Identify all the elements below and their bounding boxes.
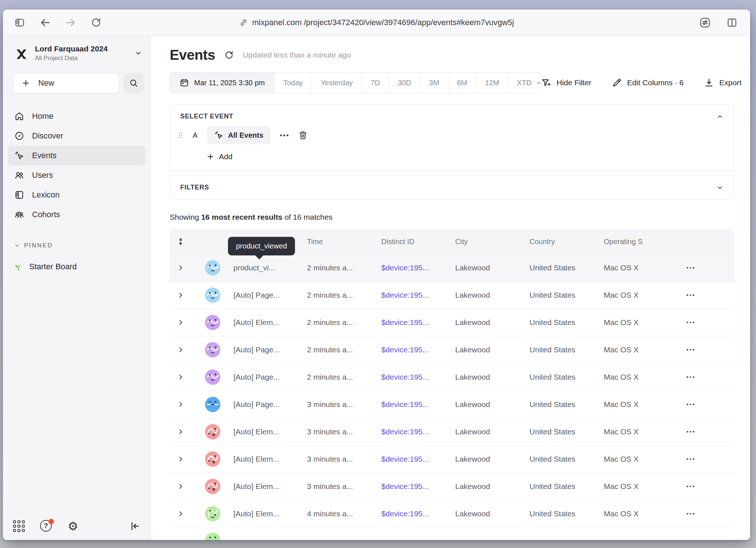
event-selector-chip[interactable]: All Events: [207, 126, 271, 144]
preset-12m[interactable]: 12M: [476, 73, 508, 93]
event-city: Lakewood: [455, 482, 529, 491]
split-view-icon[interactable]: [726, 17, 738, 28]
table-row[interactable]: [170, 528, 734, 540]
event-time: 2 minutes a...: [307, 345, 381, 354]
refresh-icon[interactable]: [224, 50, 234, 60]
distinct-id-link[interactable]: $device:195...: [381, 400, 455, 409]
sidebar-item-cohorts[interactable]: Cohorts: [8, 205, 145, 224]
row-expand-chevron[interactable]: [170, 292, 192, 298]
chevron-down-icon: [535, 79, 542, 86]
sidebar-item-lexicon[interactable]: Lexicon: [8, 185, 145, 205]
distinct-id-link[interactable]: $device:195...: [381, 509, 455, 518]
row-expand-chevron[interactable]: [170, 510, 192, 517]
table-row[interactable]: [Auto] Page... 3 minutes a... $device:19…: [170, 391, 734, 418]
search-button[interactable]: [123, 73, 144, 93]
page-settings-icon[interactable]: [699, 17, 711, 28]
reload-icon[interactable]: [90, 17, 102, 28]
sidebar-item-starter-board[interactable]: Starter Board: [9, 258, 145, 275]
distinct-id-link[interactable]: $device:195...: [381, 263, 455, 272]
preset-7d[interactable]: 7D: [362, 73, 389, 93]
preset-3m[interactable]: 3M: [420, 73, 448, 93]
row-expand-chevron[interactable]: [170, 428, 192, 435]
table-row[interactable]: [Auto] Elem... 3 minutes a... $device:19…: [170, 473, 734, 500]
preset-xtd-label: XTD: [517, 79, 532, 87]
distinct-id-link[interactable]: $device:195...: [381, 291, 455, 300]
table-row[interactable]: [Auto] Elem... 3 minutes a... $device:19…: [170, 446, 734, 473]
distinct-id-link[interactable]: $device:195...: [381, 427, 455, 436]
more-options-icon[interactable]: [280, 134, 288, 136]
sidebar-item-events[interactable]: Events: [8, 146, 145, 165]
project-switcher[interactable]: Lord Farquaad 2024 All Project Data: [14, 44, 142, 62]
preset-yesterday[interactable]: Yesterday: [312, 73, 362, 93]
table-row[interactable]: [Auto] Page... 2 minutes a... $device:19…: [170, 336, 734, 364]
pinned-section-header[interactable]: PINNED: [14, 242, 145, 249]
column-header-os[interactable]: Operating S: [604, 238, 684, 246]
row-expand-chevron[interactable]: [170, 483, 192, 490]
table-row[interactable]: [Auto] Elem... 3 minutes a... $device:19…: [170, 418, 734, 446]
trash-icon[interactable]: [298, 130, 308, 140]
sidebar-item-users[interactable]: Users: [8, 165, 145, 185]
sidebar-toggle-icon[interactable]: [14, 17, 25, 28]
preset-today[interactable]: Today: [274, 73, 311, 93]
column-header-city[interactable]: City: [455, 238, 529, 246]
event-avatar: [205, 451, 220, 467]
distinct-id-link[interactable]: $device:195...: [381, 345, 455, 354]
row-actions-button[interactable]: [684, 431, 734, 433]
preset-6m[interactable]: 6M: [448, 73, 476, 93]
row-actions-button[interactable]: [684, 486, 734, 488]
table-row[interactable]: [Auto] Page... 2 minutes a... $device:19…: [170, 282, 734, 309]
hide-filter-button[interactable]: Hide Filter: [541, 78, 591, 88]
distinct-id-link[interactable]: $device:195...: [381, 482, 455, 491]
row-expand-chevron[interactable]: [170, 401, 192, 408]
row-expand-chevron[interactable]: [170, 319, 192, 326]
row-actions-button[interactable]: [684, 322, 734, 324]
gear-icon[interactable]: ⚙: [68, 520, 78, 532]
add-event-button[interactable]: Add: [206, 152, 734, 161]
table-row[interactable]: product_vi... 2 minutes a... $device:195…: [170, 254, 734, 282]
row-actions-button[interactable]: [684, 404, 734, 406]
preset-30d[interactable]: 30D: [389, 73, 420, 93]
drag-handle-icon[interactable]: [178, 132, 183, 139]
event-avatar: [205, 424, 220, 439]
distinct-id-link[interactable]: $device:195...: [381, 455, 455, 463]
sidebar-item-discover[interactable]: Discover: [8, 126, 145, 146]
new-button[interactable]: New: [13, 73, 119, 93]
row-expand-chevron[interactable]: [170, 374, 192, 380]
table-row[interactable]: [Auto] Elem... 2 minutes a... $device:19…: [170, 309, 734, 336]
row-actions-button[interactable]: [684, 294, 734, 296]
url-bar[interactable]: mixpanel.com/project/3472420/view/397469…: [239, 18, 514, 27]
event-os: Mac OS X: [604, 373, 684, 381]
row-actions-button[interactable]: [684, 349, 734, 351]
chevron-down-icon[interactable]: [716, 184, 724, 191]
sidebar-item-home[interactable]: Home: [8, 106, 145, 126]
collapse-sidebar-icon[interactable]: [129, 521, 140, 532]
table-row[interactable]: [Auto] Page... 2 minutes a... $device:19…: [170, 364, 734, 391]
event-country: United States: [529, 291, 604, 300]
collapse-rows-icon[interactable]: [170, 238, 192, 246]
chevron-up-icon[interactable]: [716, 113, 724, 120]
back-icon[interactable]: [39, 17, 51, 28]
edit-columns-button[interactable]: Edit Columns · 6: [612, 78, 684, 88]
event-name: [Auto] Elem...: [233, 427, 307, 436]
row-expand-chevron[interactable]: [170, 456, 192, 462]
row-actions-button[interactable]: [684, 376, 734, 378]
column-header-distinct-id[interactable]: Distinct ID: [381, 238, 455, 246]
distinct-id-link[interactable]: $device:195...: [381, 373, 455, 381]
column-header-time[interactable]: Time: [307, 238, 381, 246]
date-range-current[interactable]: Mar 11, 2025 3:30 pm: [170, 73, 274, 93]
export-button[interactable]: Export: [704, 78, 741, 88]
table-row[interactable]: [Auto] Elem... 4 minutes a... $device:19…: [170, 500, 734, 528]
row-actions-button[interactable]: [684, 513, 734, 515]
distinct-id-link[interactable]: $device:195...: [381, 318, 455, 327]
apps-grid-icon[interactable]: [13, 520, 25, 532]
event-city: Lakewood: [455, 345, 529, 354]
row-actions-button[interactable]: [684, 267, 734, 269]
row-actions-button[interactable]: [684, 458, 734, 460]
row-expand-chevron[interactable]: [170, 265, 192, 271]
row-expand-chevron[interactable]: [170, 347, 192, 353]
column-header-country[interactable]: Country: [529, 238, 604, 246]
help-button[interactable]: ?: [40, 520, 52, 532]
event-time: 3 minutes a...: [307, 400, 381, 409]
event-city: Lakewood: [455, 318, 529, 327]
preset-xtd[interactable]: XTD: [508, 73, 542, 93]
